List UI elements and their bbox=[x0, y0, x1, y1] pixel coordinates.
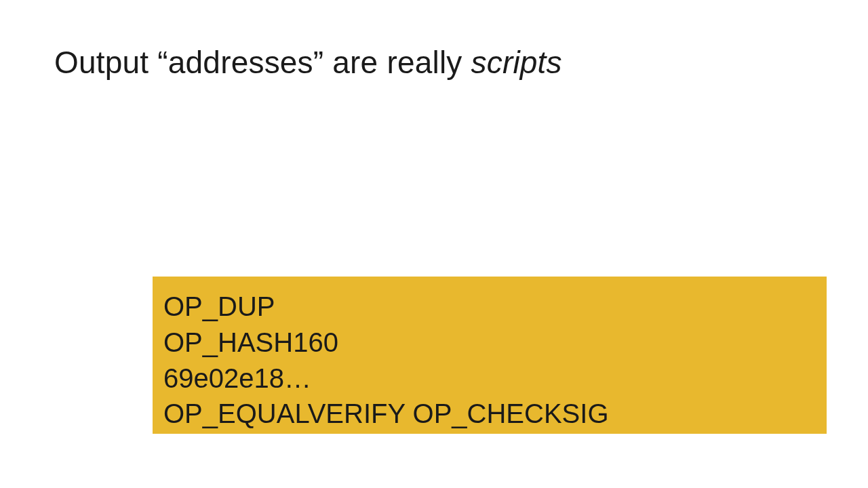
code-line: OP_DUP bbox=[163, 289, 816, 325]
code-line: OP_HASH160 bbox=[163, 325, 816, 361]
code-line: OP_EQUALVERIFY OP_CHECKSIG bbox=[163, 396, 816, 432]
code-box: OP_DUP OP_HASH160 69e02e18… OP_EQUALVERI… bbox=[153, 277, 827, 434]
slide-title: Output “addresses” are really scripts bbox=[54, 44, 562, 81]
slide-title-italic: scripts bbox=[471, 45, 562, 80]
code-line: 69e02e18… bbox=[163, 361, 816, 396]
slide-title-prefix: Output “addresses” are really bbox=[54, 45, 471, 80]
